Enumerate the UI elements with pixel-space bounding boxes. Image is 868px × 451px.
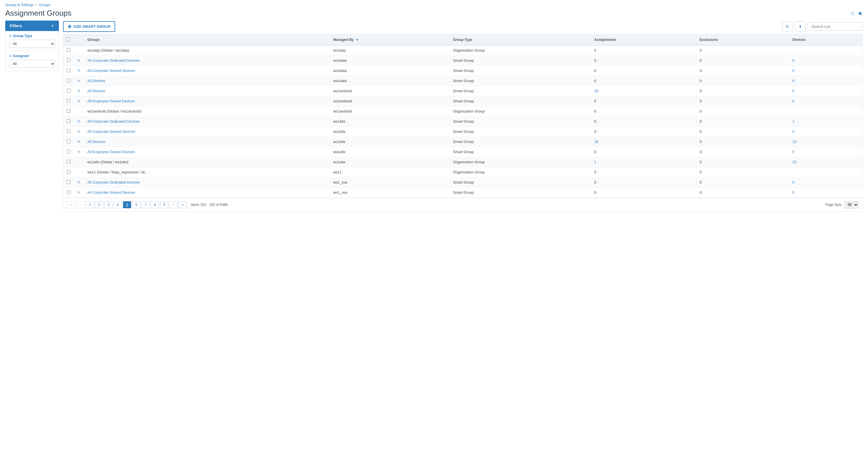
devices-link[interactable]: 0 [792, 191, 794, 195]
add-smart-group-button[interactable]: ⊕ ADD SMART GROUP [63, 21, 115, 32]
row-checkbox[interactable] [67, 48, 70, 52]
group-type-filter-label[interactable]: ▼ Group Type [9, 34, 55, 38]
edit-icon[interactable]: ✎ [78, 89, 80, 93]
bookmark-icon[interactable]: ☆ [850, 10, 855, 17]
row-exclusions: 0 [696, 117, 789, 127]
devices-link[interactable]: 0 [792, 99, 794, 103]
row-checkbox[interactable] [67, 129, 70, 133]
page-5-button[interactable]: 5 [123, 201, 131, 208]
header-managed-by[interactable]: Managed By ▼ [330, 34, 450, 45]
pagination-left: « ‹ 1 2 3 4 5 6 7 8 9 › » Items 201 - 25… [67, 201, 228, 208]
export-icon: ⬆ [799, 24, 802, 29]
row-checkbox-cell [63, 178, 74, 188]
group-link[interactable]: All Devices [87, 79, 105, 83]
edit-icon[interactable]: ✎ [78, 79, 80, 83]
star-icon[interactable]: ★ [858, 10, 863, 17]
edit-icon[interactable]: ✎ [78, 130, 80, 134]
last-page-button[interactable]: » [179, 201, 187, 208]
row-edit-cell: ✎ [74, 117, 84, 127]
row-checkbox[interactable] [67, 99, 70, 103]
group-link[interactable]: All Devices [87, 89, 105, 93]
assignments-link[interactable]: 1 [594, 160, 596, 164]
edit-icon[interactable]: ✎ [78, 150, 80, 154]
page-9-button[interactable]: 9 [160, 201, 168, 208]
edit-icon[interactable]: ✎ [78, 59, 80, 63]
devices-link[interactable]: 0 [792, 150, 794, 154]
row-checkbox-cell [63, 96, 74, 106]
page-size-select[interactable]: 50 [844, 201, 859, 208]
row-group-name: All Employee Owned Devices [84, 96, 330, 106]
row-devices: 0 [789, 147, 863, 157]
first-page-button[interactable]: « [67, 201, 75, 208]
group-link[interactable]: All Corporate Shared Devices [87, 130, 135, 134]
row-checkbox[interactable] [67, 190, 70, 194]
row-group-name: All Employee Owned Devices [84, 147, 330, 157]
row-checkbox[interactable] [67, 109, 70, 113]
edit-icon[interactable]: ✎ [78, 120, 80, 124]
row-checkbox[interactable] [67, 78, 70, 83]
page-8-button[interactable]: 8 [151, 201, 159, 208]
row-devices [789, 45, 863, 56]
page-3-button[interactable]: 3 [104, 201, 113, 208]
page-4-button[interactable]: 4 [114, 201, 122, 208]
row-managed-by: ws1dep [330, 45, 450, 56]
breadcrumb-separator: > [35, 3, 37, 7]
assigned-select[interactable]: All [9, 60, 55, 68]
group-link[interactable]: All Corporate Dedicated Devices [87, 59, 140, 63]
row-edit-cell: ✎ [74, 66, 84, 76]
group-link[interactable]: All Devices [87, 140, 105, 144]
pagination-bar: « ‹ 1 2 3 4 5 6 7 8 9 › » Items 201 - 25… [63, 198, 863, 212]
row-checkbox[interactable] [67, 89, 70, 93]
row-checkbox[interactable] [67, 150, 70, 154]
edit-icon[interactable]: ✎ [78, 181, 80, 185]
row-checkbox[interactable] [67, 139, 70, 143]
assigned-filter-label[interactable]: ▼ Assigned [9, 54, 55, 58]
filters-button[interactable]: Filters ▼ [5, 21, 59, 31]
devices-link[interactable]: 5 [792, 89, 794, 93]
next-page-button[interactable]: › [169, 201, 178, 208]
edit-icon[interactable]: ✎ [78, 140, 80, 144]
devices-num-link[interactable]: 13 [792, 160, 796, 164]
row-checkbox[interactable] [67, 180, 70, 184]
devices-link[interactable]: 0 [792, 69, 794, 73]
devices-link[interactable]: 0 [792, 59, 794, 63]
prev-page-button[interactable]: ‹ [76, 201, 85, 208]
group-link[interactable]: All Employee Owned Devices [87, 99, 135, 103]
devices-link[interactable]: 0 [792, 130, 794, 134]
search-input[interactable] [808, 22, 863, 31]
group-link[interactable]: All Employee Owned Devices [87, 150, 135, 154]
row-exclusions: 0 [696, 178, 789, 188]
main-content: ⊕ ADD SMART GROUP ↻ ⬆ [59, 21, 863, 212]
edit-icon[interactable]: ✎ [78, 191, 80, 195]
row-assignments: 0 [591, 117, 696, 127]
page-2-button[interactable]: 2 [95, 201, 103, 208]
devices-link[interactable]: 0 [792, 79, 794, 83]
page-1-button[interactable]: 1 [86, 201, 94, 208]
assignments-link[interactable]: 18 [594, 140, 598, 144]
refresh-button[interactable]: ↻ [782, 22, 793, 32]
breadcrumb-part1[interactable]: Groups & Settings [5, 3, 33, 7]
group-link[interactable]: All Corporate Dedicated Devices [87, 120, 140, 124]
row-checkbox[interactable] [67, 119, 70, 123]
page-6-button[interactable]: 6 [132, 201, 141, 208]
group-type-select[interactable]: All [9, 40, 55, 48]
devices-link[interactable]: 1 [792, 120, 794, 124]
row-checkbox[interactable] [67, 170, 70, 174]
assignments-link[interactable]: 16 [594, 89, 598, 93]
row-checkbox[interactable] [67, 58, 70, 62]
breadcrumb-part2[interactable]: Groups [39, 3, 50, 7]
row-edit-cell: ✎ [74, 56, 84, 66]
header-edit-cell [74, 34, 84, 45]
edit-icon[interactable]: ✎ [78, 69, 80, 73]
row-checkbox[interactable] [67, 68, 70, 72]
row-checkbox[interactable] [67, 160, 70, 164]
export-button[interactable]: ⬆ [795, 22, 805, 32]
devices-link[interactable]: 13 [792, 140, 796, 144]
devices-link[interactable]: 0 [792, 181, 794, 185]
edit-icon[interactable]: ✎ [78, 99, 80, 103]
group-link[interactable]: All Corporate Shared Devices [87, 191, 135, 195]
select-all-checkbox[interactable] [67, 37, 70, 41]
group-link[interactable]: All Corporate Shared Devices [87, 69, 135, 73]
group-link[interactable]: All Corporate Dedicated Devices [87, 181, 140, 185]
page-7-button[interactable]: 7 [142, 201, 150, 208]
